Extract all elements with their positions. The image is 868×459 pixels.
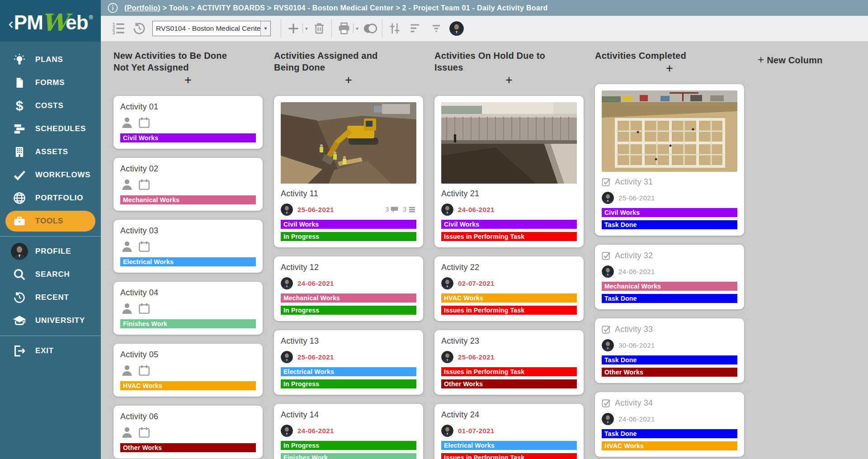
tag-label: Task Done bbox=[602, 294, 737, 303]
sidebar-item-profile[interactable]: PROFILE bbox=[5, 241, 95, 262]
sidebar-item-schedules[interactable]: SCHEDULES bbox=[5, 118, 95, 139]
tag-label: Task Done bbox=[602, 429, 737, 438]
print-menu-caret-icon[interactable]: ▼ bbox=[355, 26, 359, 31]
calendar-icon[interactable] bbox=[137, 302, 151, 315]
board-select[interactable]: RVS0104 - Boston Medical Center - 2 ▼ bbox=[152, 21, 271, 36]
sort-lines-icon[interactable] bbox=[408, 21, 423, 36]
done-checkbox[interactable] bbox=[602, 251, 611, 260]
activity-card[interactable]: Activity 04Finishes Work bbox=[113, 282, 263, 335]
numbered-list-icon[interactable]: 123 bbox=[111, 21, 126, 36]
search-icon bbox=[11, 268, 28, 281]
sidebar-item-university[interactable]: UNIVERSITY bbox=[5, 310, 95, 331]
assignee-placeholder-icon[interactable] bbox=[120, 178, 134, 191]
calendar-icon[interactable] bbox=[137, 178, 151, 191]
toolbar-divider bbox=[281, 19, 281, 38]
sidebar-item-label: SCHEDULES bbox=[35, 124, 86, 133]
print-icon[interactable] bbox=[336, 21, 352, 36]
done-checkbox[interactable] bbox=[602, 325, 611, 334]
history-icon[interactable] bbox=[132, 21, 147, 36]
board-column-2: Activities Assigned and Being Done+Activ… bbox=[274, 50, 423, 459]
sidebar-item-recent[interactable]: RECENT bbox=[5, 287, 95, 308]
new-column-button[interactable]: +New Column bbox=[758, 50, 822, 66]
pmweb-logo[interactable]: ‹PMWeb® bbox=[0, 0, 101, 42]
assignee-placeholder-icon[interactable] bbox=[120, 364, 134, 377]
sidebar-item-workflows[interactable]: WORKFLOWS bbox=[5, 165, 95, 185]
new-column-label: New Column bbox=[767, 55, 822, 65]
assignee-placeholder-icon[interactable] bbox=[120, 426, 134, 439]
activity-card[interactable]: Activity 05HVAC Works bbox=[113, 344, 263, 397]
university-icon bbox=[11, 313, 28, 328]
toggle-contrast-icon[interactable] bbox=[362, 21, 377, 36]
activity-card[interactable]: Activity 01Civil Works bbox=[113, 96, 263, 149]
assignee-avatar bbox=[281, 203, 293, 216]
due-date: 24-06-2021 bbox=[297, 279, 334, 287]
calendar-icon[interactable] bbox=[137, 364, 151, 377]
activity-card[interactable]: Activity 3330-06-2021Task DoneOther Work… bbox=[595, 318, 744, 383]
sliders-icon[interactable] bbox=[387, 21, 402, 36]
speech-bubble-icon[interactable] bbox=[390, 205, 399, 214]
mini-divider bbox=[302, 24, 303, 33]
checklist-icon[interactable] bbox=[408, 205, 416, 214]
done-checkbox[interactable] bbox=[602, 399, 611, 408]
sidebar-item-label: RECENT bbox=[35, 293, 69, 302]
sidebar-item-search[interactable]: SEARCH bbox=[5, 264, 95, 285]
user-avatar[interactable] bbox=[449, 21, 464, 36]
tag-label: Issues in Performing Task bbox=[441, 232, 577, 241]
info-icon[interactable] bbox=[107, 2, 118, 14]
assignee-placeholder-icon[interactable] bbox=[120, 302, 134, 315]
done-checkbox[interactable] bbox=[602, 178, 611, 187]
sidebar-item-costs[interactable]: $COSTS bbox=[5, 95, 95, 116]
activity-card[interactable]: Activity 3424-06-2021Task DoneHVAC Works bbox=[595, 392, 744, 457]
activity-card[interactable]: Activity 2202-07-2021HVAC WorksIssues in… bbox=[434, 256, 584, 321]
sidebar-item-exit[interactable]: EXIT bbox=[5, 341, 95, 361]
card-title: Activity 06 bbox=[120, 412, 158, 421]
activity-card[interactable]: Activity 2325-06-2021Issues in Performin… bbox=[434, 330, 584, 395]
card-title: Activity 31 bbox=[615, 177, 653, 187]
tag-label: HVAC Works bbox=[602, 441, 737, 450]
assignee-placeholder-icon[interactable] bbox=[120, 116, 134, 129]
filter-lines-icon[interactable] bbox=[429, 21, 444, 36]
sidebar-item-label: TOOLS bbox=[35, 217, 63, 226]
sidebar-item-portfolio[interactable]: PORTFOLIO bbox=[5, 188, 95, 208]
tag-label: Civil Works bbox=[441, 220, 577, 229]
sidebar-item-forms[interactable]: FORMS bbox=[5, 72, 95, 93]
activity-card[interactable]: Activity 02Mechanical Works bbox=[113, 158, 263, 211]
activity-card[interactable]: Activity 1424-06-2021In ProgressFinishes… bbox=[274, 404, 423, 459]
add-card-button[interactable]: + bbox=[274, 73, 423, 87]
calendar-icon[interactable] bbox=[137, 426, 151, 439]
chevron-down-icon[interactable]: ▼ bbox=[260, 21, 270, 36]
add-menu-caret-icon[interactable]: ▼ bbox=[304, 26, 309, 31]
card-placeholder-icons bbox=[120, 177, 256, 192]
card-title-row: Activity 05 bbox=[120, 350, 256, 360]
sidebar-item-label: EXIT bbox=[35, 346, 54, 355]
breadcrumb-portfolio-link[interactable]: (Portfolio) bbox=[124, 4, 160, 12]
activity-card[interactable]: Activity 3125-06-2021Civil WorksTask Don… bbox=[595, 84, 744, 236]
activity-card[interactable]: Activity 3224-06-2021Mechanical WorksTas… bbox=[595, 245, 744, 309]
card-photo-formwork-aerial bbox=[602, 90, 737, 172]
trash-icon[interactable] bbox=[311, 21, 327, 36]
activity-card[interactable]: Activity 03Electrical Works bbox=[113, 220, 263, 273]
calendar-icon[interactable] bbox=[137, 240, 151, 253]
add-icon[interactable] bbox=[286, 21, 301, 36]
activity-card[interactable]: Activity 1325-06-2021Electrical WorksIn … bbox=[274, 330, 423, 395]
card-photo-foundation-walls bbox=[441, 102, 577, 184]
assignee-placeholder-icon[interactable] bbox=[120, 240, 134, 253]
sidebar-item-plans[interactable]: PLANS bbox=[5, 49, 95, 70]
activity-card[interactable]: Activity 1125-06-202133Civil WorksIn Pro… bbox=[274, 96, 423, 247]
sidebar-item-assets[interactable]: ASSETS bbox=[5, 142, 95, 162]
add-card-button[interactable]: + bbox=[434, 73, 584, 87]
add-card-button[interactable]: + bbox=[595, 62, 744, 75]
header-right: (Portfolio) > Tools > ACTIVITY BOARDS > … bbox=[101, 0, 868, 42]
header: ‹PMWeb® (Portfolio) > Tools > ACTIVITY B… bbox=[0, 0, 868, 42]
add-card-button[interactable]: + bbox=[113, 73, 263, 87]
card-meta-row: 25-06-2021 bbox=[441, 350, 577, 364]
sidebar-item-tools[interactable]: TOOLS bbox=[5, 211, 95, 232]
calendar-icon[interactable] bbox=[137, 116, 151, 129]
activity-card[interactable]: Activity 1224-06-2021Mechanical WorksIn … bbox=[274, 256, 423, 321]
tag-label: Finishes Work bbox=[281, 453, 416, 459]
card-title-row: Activity 01 bbox=[120, 102, 256, 112]
activity-card[interactable]: Activity 2401-07-2021Electrical WorksIss… bbox=[434, 404, 584, 459]
activity-card[interactable]: Activity 2124-06-2021Civil WorksIssues i… bbox=[434, 96, 584, 247]
activity-card[interactable]: Activity 06Other Works bbox=[113, 406, 263, 459]
assignee-avatar bbox=[441, 277, 453, 289]
